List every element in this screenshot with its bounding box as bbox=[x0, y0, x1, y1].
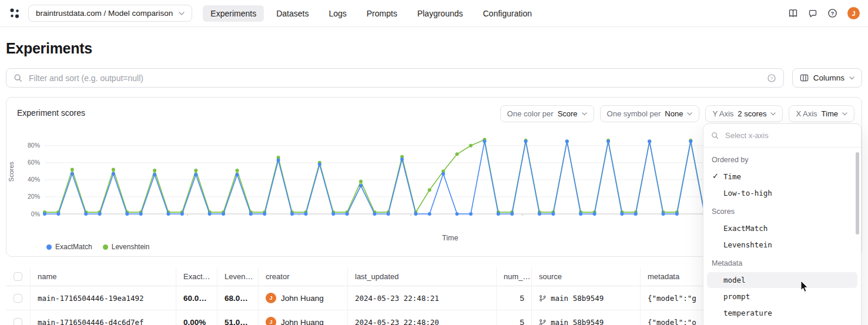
top-bar: braintrustdata.com / Model comparison Ex… bbox=[0, 0, 868, 27]
x-axis-dropdown: Ordered by✓TimeLow-to-highScoresExactMat… bbox=[703, 123, 862, 325]
columns-icon bbox=[800, 73, 809, 82]
nav-tab-logs[interactable]: Logs bbox=[321, 5, 354, 22]
x-axis-option-prompt[interactable]: prompt bbox=[707, 289, 857, 304]
svg-text:0%: 0% bbox=[31, 210, 40, 217]
chart-title: Experiment scores bbox=[17, 108, 85, 118]
column-header-name[interactable]: name bbox=[31, 267, 176, 286]
top-nav: ExperimentsDatasetsLogsPromptsPlayground… bbox=[203, 5, 539, 22]
x-axis-search bbox=[703, 124, 861, 148]
source-label: main 58b9549 bbox=[551, 318, 604, 325]
chevron-down-icon bbox=[842, 112, 847, 116]
legend-item-exactmatch[interactable]: ExactMatch bbox=[46, 243, 92, 251]
cell-source: main 58b9549 bbox=[532, 310, 641, 325]
creator-name: John Huang bbox=[281, 318, 324, 325]
nav-tab-experiments[interactable]: Experiments bbox=[203, 5, 264, 22]
svg-text:80%: 80% bbox=[28, 142, 40, 149]
nav-tab-datasets[interactable]: Datasets bbox=[269, 5, 316, 22]
control-value: None bbox=[665, 109, 683, 118]
cell-num: 5 bbox=[497, 286, 532, 310]
chart-legend: ExactMatchLevenshtein bbox=[46, 243, 149, 251]
docs-book-icon[interactable] bbox=[788, 8, 798, 18]
chart-control-x-axis[interactable]: X AxisTime bbox=[789, 105, 854, 122]
help-icon[interactable]: ? bbox=[827, 8, 837, 18]
search-icon bbox=[711, 132, 719, 139]
column-header-last-updated[interactable]: last_updated bbox=[348, 267, 497, 286]
control-prefix: One symbol per bbox=[607, 109, 661, 118]
cell-leven-score: 51.0… bbox=[217, 310, 259, 325]
filter-row: ? Columns bbox=[6, 68, 862, 88]
filter-bar: ? bbox=[6, 68, 784, 88]
filter-help-icon[interactable]: ? bbox=[767, 73, 776, 83]
control-prefix: X Axis bbox=[796, 109, 817, 118]
cell-leven-score: 68.0… bbox=[217, 286, 259, 310]
control-prefix: Y Axis bbox=[712, 109, 733, 118]
chart-control-y-axis[interactable]: Y Axis2 scores bbox=[705, 105, 783, 122]
cell-last-updated: 2024-05-23 22:48:21 bbox=[348, 286, 497, 310]
x-axis-option-exactmatch[interactable]: ExactMatch bbox=[707, 220, 857, 236]
svg-text:40%: 40% bbox=[28, 176, 40, 183]
project-selector-label: braintrustdata.com / Model comparison bbox=[36, 9, 173, 18]
creator-avatar: J bbox=[266, 317, 276, 325]
control-value: 2 scores bbox=[738, 109, 766, 118]
cell-name: main-1716504446-d4c6d7ef bbox=[31, 310, 176, 325]
nav-tab-prompts[interactable]: Prompts bbox=[359, 5, 405, 22]
nav-tab-playgrounds[interactable]: Playgrounds bbox=[410, 5, 471, 22]
column-header-num[interactable]: num_… bbox=[497, 267, 532, 286]
column-header-creator[interactable]: creator bbox=[259, 267, 348, 286]
row-select-cell bbox=[6, 286, 31, 310]
page-title: Experiments bbox=[6, 40, 92, 57]
columns-button-label: Columns bbox=[813, 73, 844, 82]
feedback-chat-icon[interactable] bbox=[808, 9, 817, 18]
user-avatar[interactable]: J bbox=[847, 7, 860, 19]
cell-source: main 58b9549 bbox=[532, 286, 641, 310]
check-icon: ✓ bbox=[712, 172, 719, 180]
git-branch-icon bbox=[539, 319, 547, 325]
project-selector[interactable]: braintrustdata.com / Model comparison bbox=[28, 5, 192, 22]
x-axis-option-low-to-high[interactable]: Low-to-high bbox=[707, 185, 857, 201]
column-header-source[interactable]: source bbox=[532, 267, 641, 286]
chevron-down-icon bbox=[582, 112, 587, 116]
chevron-down-icon bbox=[687, 112, 692, 116]
select-all-cell bbox=[6, 267, 31, 286]
git-branch-icon bbox=[539, 294, 547, 302]
column-header-leven[interactable]: Leven… bbox=[217, 267, 259, 286]
filter-input[interactable] bbox=[28, 73, 762, 83]
control-value: Time bbox=[822, 109, 838, 118]
braintrust-logo-icon bbox=[8, 7, 21, 20]
chart-control-one-symbol-per[interactable]: One symbol perNone bbox=[600, 105, 700, 122]
dropdown-section-scores: Scores bbox=[703, 202, 861, 220]
cell-last-updated: 2024-05-23 22:48:20 bbox=[348, 310, 497, 325]
column-header-exact[interactable]: Exact… bbox=[176, 267, 217, 286]
chart-control-one-color-per[interactable]: One color perScore bbox=[500, 105, 594, 122]
x-axis-option-time[interactable]: ✓Time bbox=[707, 169, 857, 185]
control-prefix: One color per bbox=[507, 109, 554, 118]
x-axis-option-levenshtein[interactable]: Levenshtein bbox=[707, 237, 857, 253]
x-axis-option-model[interactable]: model bbox=[707, 272, 857, 288]
cell-creator: JJohn Huang bbox=[259, 286, 348, 310]
legend-label: Levenshtein bbox=[112, 243, 150, 251]
legend-item-levenshtein[interactable]: Levenshtein bbox=[103, 243, 150, 251]
select-all-checkbox[interactable] bbox=[14, 272, 22, 281]
app-window: braintrustdata.com / Model comparison Ex… bbox=[0, 0, 868, 325]
chart-controls: One color perScoreOne symbol perNoneY Ax… bbox=[500, 105, 854, 122]
columns-button[interactable]: Columns bbox=[792, 68, 862, 88]
svg-text:20%: 20% bbox=[28, 193, 40, 200]
row-checkbox[interactable] bbox=[14, 318, 22, 325]
x-axis-search-input[interactable] bbox=[724, 130, 853, 140]
source-label: main 58b9549 bbox=[551, 294, 604, 303]
cell-num: 5 bbox=[497, 310, 532, 325]
chevron-down-icon bbox=[849, 76, 854, 80]
x-axis-option-temperature[interactable]: temperature bbox=[707, 305, 857, 321]
row-select-cell bbox=[6, 310, 31, 325]
dropdown-section-ordered-by: Ordered by bbox=[703, 150, 861, 168]
svg-text:?: ? bbox=[831, 11, 835, 16]
control-value: Score bbox=[558, 109, 578, 118]
legend-dot bbox=[103, 244, 108, 250]
legend-dot bbox=[46, 244, 52, 250]
row-checkbox[interactable] bbox=[14, 294, 22, 303]
x-axis-options: Ordered by✓TimeLow-to-highScoresExactMat… bbox=[703, 148, 861, 321]
nav-tab-configuration[interactable]: Configuration bbox=[475, 5, 539, 22]
topbar-actions: ? J bbox=[788, 7, 860, 19]
dropdown-scrollbar[interactable] bbox=[856, 152, 859, 234]
creator-name: John Huang bbox=[281, 294, 324, 303]
